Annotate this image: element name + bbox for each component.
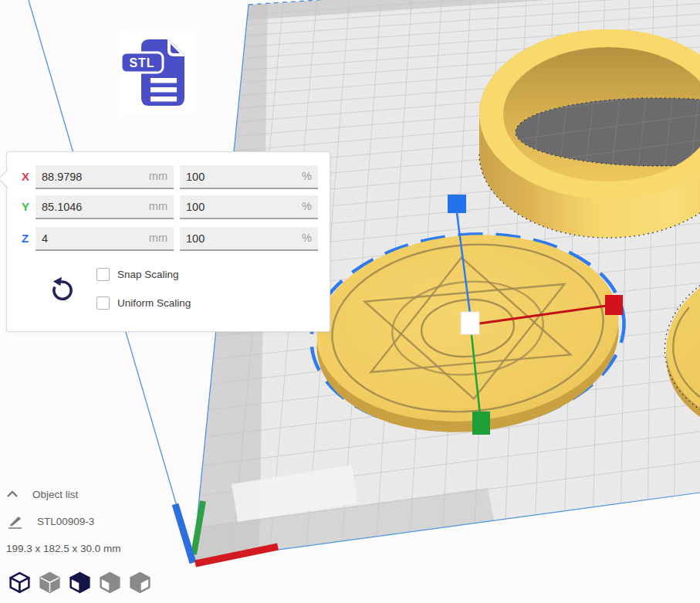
z-percent-input[interactable] xyxy=(180,227,318,249)
y-percent-input[interactable] xyxy=(180,195,318,218)
x-mm-input[interactable] xyxy=(36,165,174,188)
snap-scaling-label: Snap Scaling xyxy=(117,269,179,280)
axis-label-x: X xyxy=(22,170,34,183)
y-mm-field: mm xyxy=(36,195,174,219)
stl-badge-label: STL xyxy=(129,56,154,69)
y-percent-field: % xyxy=(180,195,318,219)
scale-row-x: X mm % xyxy=(7,165,330,189)
view-right-button[interactable] xyxy=(128,571,152,595)
gizmo-handle-y-green[interactable] xyxy=(472,412,490,435)
view-top-icon xyxy=(68,571,92,595)
reset-scale-button[interactable] xyxy=(47,274,78,305)
view-right-icon xyxy=(128,571,152,595)
snap-scaling-option[interactable]: Snap Scaling xyxy=(96,267,179,281)
view-left-button[interactable] xyxy=(98,571,122,595)
pencil-edit-icon xyxy=(6,512,25,530)
snap-scaling-checkbox[interactable] xyxy=(96,268,110,281)
x-mm-field: mm xyxy=(36,165,174,189)
object-list-toggle[interactable]: Object list xyxy=(6,486,130,502)
view-3d-button[interactable] xyxy=(8,571,32,595)
gizmo-handle-z-blue[interactable] xyxy=(448,195,466,213)
object-list-header: Object list xyxy=(32,489,78,500)
model-ring-cylinder[interactable] xyxy=(475,29,700,238)
axis-label-y: Y xyxy=(22,200,34,213)
chevron-up-icon xyxy=(6,490,19,498)
view-top-button[interactable] xyxy=(68,571,92,595)
rotate-ccw-reset-icon xyxy=(49,275,76,303)
uniform-scaling-checkbox[interactable] xyxy=(96,296,110,310)
axis-label-z: Z xyxy=(22,232,34,245)
y-mm-input[interactable] xyxy=(36,195,174,218)
view-left-icon xyxy=(98,571,122,595)
slicer-app-window: STL X mm % Y mm % Z mm xyxy=(0,0,700,603)
object-dimensions: 199.3 x 182.5 x 30.0 mm xyxy=(6,543,121,554)
z-mm-field: mm xyxy=(36,227,174,251)
object-list-item[interactable]: STL00909-3 xyxy=(6,512,94,530)
x-percent-input[interactable] xyxy=(180,165,318,188)
view-front-icon xyxy=(38,571,62,595)
object-name: STL00909-3 xyxy=(37,516,94,527)
gizmo-handle-center-white[interactable] xyxy=(461,312,479,334)
scale-tool-panel: X mm % Y mm % Z mm % xyxy=(6,151,330,332)
scale-row-z: Z mm % xyxy=(7,227,330,251)
view-front-button[interactable] xyxy=(38,571,62,595)
x-percent-field: % xyxy=(180,165,318,189)
gizmo-handle-x-red[interactable] xyxy=(605,295,623,315)
view-3d-icon xyxy=(8,571,32,595)
uniform-scaling-label: Uniform Scaling xyxy=(117,297,191,309)
z-percent-field: % xyxy=(180,227,318,251)
uniform-scaling-option[interactable]: Uniform Scaling xyxy=(96,296,191,310)
scale-row-y: Y mm % xyxy=(7,195,330,219)
stl-file-icon-graphic: STL xyxy=(120,32,193,113)
camera-view-toolbar xyxy=(8,571,152,595)
z-mm-input[interactable] xyxy=(36,227,174,249)
stl-file-icon: STL xyxy=(120,32,193,113)
